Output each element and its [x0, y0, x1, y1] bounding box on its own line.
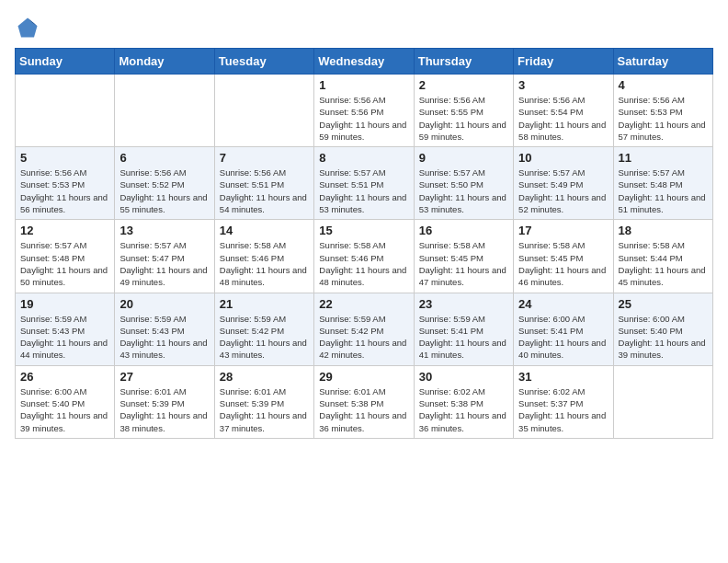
day-number: 23	[419, 297, 508, 311]
day-of-week-header: Saturday	[613, 49, 712, 75]
calendar-cell	[613, 365, 712, 438]
day-number: 4	[619, 78, 708, 92]
calendar-week-row: 1Sunrise: 5:56 AM Sunset: 5:56 PM Daylig…	[16, 75, 713, 147]
day-number: 25	[619, 297, 708, 311]
calendar-cell: 18Sunrise: 5:58 AM Sunset: 5:44 PM Dayli…	[613, 220, 712, 293]
day-number: 12	[20, 224, 109, 237]
day-of-week-header: Monday	[115, 49, 214, 75]
cell-info: Sunrise: 6:01 AM Sunset: 5:39 PM Dayligh…	[220, 385, 309, 434]
cell-info: Sunrise: 5:57 AM Sunset: 5:48 PM Dayligh…	[20, 239, 109, 288]
day-number: 2	[419, 78, 508, 92]
day-number: 15	[319, 224, 408, 237]
calendar-week-row: 19Sunrise: 5:59 AM Sunset: 5:43 PM Dayli…	[16, 293, 713, 365]
day-number: 3	[518, 78, 608, 92]
calendar-cell: 4Sunrise: 5:56 AM Sunset: 5:53 PM Daylig…	[613, 75, 712, 147]
svg-marker-0	[18, 18, 38, 38]
calendar-cell	[214, 75, 313, 147]
calendar-cell: 24Sunrise: 6:00 AM Sunset: 5:41 PM Dayli…	[514, 293, 613, 365]
logo	[15, 15, 44, 40]
cell-info: Sunrise: 5:56 AM Sunset: 5:53 PM Dayligh…	[619, 94, 708, 143]
calendar-header-row: SundayMondayTuesdayWednesdayThursdayFrid…	[16, 49, 713, 75]
cell-info: Sunrise: 6:00 AM Sunset: 5:40 PM Dayligh…	[20, 385, 109, 434]
calendar-cell: 29Sunrise: 6:01 AM Sunset: 5:38 PM Dayli…	[314, 365, 414, 438]
day-of-week-header: Friday	[514, 49, 613, 75]
cell-info: Sunrise: 6:00 AM Sunset: 5:41 PM Dayligh…	[518, 313, 608, 362]
calendar-cell: 31Sunrise: 6:02 AM Sunset: 5:37 PM Dayli…	[514, 365, 613, 438]
day-number: 16	[419, 224, 508, 237]
day-number: 31	[518, 370, 608, 384]
day-number: 27	[119, 370, 209, 384]
calendar-cell: 25Sunrise: 6:00 AM Sunset: 5:40 PM Dayli…	[613, 293, 712, 365]
cell-info: Sunrise: 5:57 AM Sunset: 5:48 PM Dayligh…	[619, 167, 708, 215]
cell-info: Sunrise: 6:01 AM Sunset: 5:38 PM Dayligh…	[319, 385, 408, 434]
cell-info: Sunrise: 5:59 AM Sunset: 5:41 PM Dayligh…	[419, 313, 508, 362]
cell-info: Sunrise: 5:59 AM Sunset: 5:43 PM Dayligh…	[119, 313, 209, 362]
cell-info: Sunrise: 5:57 AM Sunset: 5:51 PM Dayligh…	[319, 167, 408, 215]
calendar-cell: 8Sunrise: 5:57 AM Sunset: 5:51 PM Daylig…	[314, 147, 414, 220]
logo-icon	[15, 15, 40, 40]
day-number: 24	[518, 297, 608, 311]
day-number: 11	[619, 151, 708, 165]
calendar-cell: 21Sunrise: 5:59 AM Sunset: 5:42 PM Dayli…	[214, 293, 313, 365]
cell-info: Sunrise: 6:02 AM Sunset: 5:38 PM Dayligh…	[419, 385, 508, 434]
day-number: 28	[220, 370, 309, 384]
calendar-cell: 13Sunrise: 5:57 AM Sunset: 5:47 PM Dayli…	[115, 220, 214, 293]
calendar-cell: 5Sunrise: 5:56 AM Sunset: 5:53 PM Daylig…	[16, 147, 115, 220]
cell-info: Sunrise: 5:57 AM Sunset: 5:50 PM Dayligh…	[419, 167, 508, 215]
cell-info: Sunrise: 5:58 AM Sunset: 5:45 PM Dayligh…	[518, 239, 608, 288]
cell-info: Sunrise: 5:59 AM Sunset: 5:43 PM Dayligh…	[20, 313, 109, 362]
cell-info: Sunrise: 5:58 AM Sunset: 5:46 PM Dayligh…	[220, 239, 309, 288]
cell-info: Sunrise: 5:56 AM Sunset: 5:52 PM Dayligh…	[119, 167, 209, 215]
day-number: 18	[619, 224, 708, 237]
day-number: 17	[518, 224, 608, 237]
calendar-cell: 20Sunrise: 5:59 AM Sunset: 5:43 PM Dayli…	[115, 293, 214, 365]
day-number: 5	[20, 151, 109, 165]
day-number: 7	[220, 151, 309, 165]
day-number: 9	[419, 151, 508, 165]
calendar-cell: 28Sunrise: 6:01 AM Sunset: 5:39 PM Dayli…	[214, 365, 313, 438]
calendar-cell: 22Sunrise: 5:59 AM Sunset: 5:42 PM Dayli…	[314, 293, 414, 365]
calendar-cell: 1Sunrise: 5:56 AM Sunset: 5:56 PM Daylig…	[314, 75, 414, 147]
cell-info: Sunrise: 5:56 AM Sunset: 5:53 PM Dayligh…	[20, 167, 109, 215]
calendar-cell	[115, 75, 214, 147]
calendar-cell	[16, 75, 115, 147]
cell-info: Sunrise: 5:56 AM Sunset: 5:54 PM Dayligh…	[518, 94, 608, 143]
cell-info: Sunrise: 6:02 AM Sunset: 5:37 PM Dayligh…	[518, 385, 608, 434]
page-header	[15, 15, 713, 40]
day-number: 1	[319, 78, 408, 92]
day-number: 29	[319, 370, 408, 384]
day-number: 10	[518, 151, 608, 165]
calendar-cell: 30Sunrise: 6:02 AM Sunset: 5:38 PM Dayli…	[414, 365, 513, 438]
day-number: 30	[419, 370, 508, 384]
cell-info: Sunrise: 5:57 AM Sunset: 5:49 PM Dayligh…	[518, 167, 608, 215]
cell-info: Sunrise: 6:00 AM Sunset: 5:40 PM Dayligh…	[619, 313, 708, 362]
cell-info: Sunrise: 6:01 AM Sunset: 5:39 PM Dayligh…	[119, 385, 209, 434]
calendar-cell: 11Sunrise: 5:57 AM Sunset: 5:48 PM Dayli…	[613, 147, 712, 220]
cell-info: Sunrise: 5:56 AM Sunset: 5:55 PM Dayligh…	[419, 94, 508, 143]
calendar-cell: 3Sunrise: 5:56 AM Sunset: 5:54 PM Daylig…	[514, 75, 613, 147]
day-number: 20	[119, 297, 209, 311]
calendar-cell: 12Sunrise: 5:57 AM Sunset: 5:48 PM Dayli…	[16, 220, 115, 293]
day-of-week-header: Tuesday	[214, 49, 313, 75]
cell-info: Sunrise: 5:58 AM Sunset: 5:44 PM Dayligh…	[619, 239, 708, 288]
calendar-cell: 23Sunrise: 5:59 AM Sunset: 5:41 PM Dayli…	[414, 293, 513, 365]
calendar-cell: 6Sunrise: 5:56 AM Sunset: 5:52 PM Daylig…	[115, 147, 214, 220]
day-number: 22	[319, 297, 408, 311]
day-number: 21	[220, 297, 309, 311]
calendar-week-row: 26Sunrise: 6:00 AM Sunset: 5:40 PM Dayli…	[16, 365, 713, 438]
day-of-week-header: Sunday	[16, 49, 115, 75]
cell-info: Sunrise: 5:56 AM Sunset: 5:51 PM Dayligh…	[220, 167, 309, 215]
calendar-cell: 19Sunrise: 5:59 AM Sunset: 5:43 PM Dayli…	[16, 293, 115, 365]
day-number: 13	[119, 224, 209, 237]
day-number: 8	[319, 151, 408, 165]
day-number: 6	[119, 151, 209, 165]
calendar-cell: 27Sunrise: 6:01 AM Sunset: 5:39 PM Dayli…	[115, 365, 214, 438]
calendar-week-row: 12Sunrise: 5:57 AM Sunset: 5:48 PM Dayli…	[16, 220, 713, 293]
calendar-cell: 10Sunrise: 5:57 AM Sunset: 5:49 PM Dayli…	[514, 147, 613, 220]
calendar-cell: 15Sunrise: 5:58 AM Sunset: 5:46 PM Dayli…	[314, 220, 414, 293]
calendar-table: SundayMondayTuesdayWednesdayThursdayFrid…	[15, 48, 713, 439]
day-of-week-header: Wednesday	[314, 49, 414, 75]
cell-info: Sunrise: 5:56 AM Sunset: 5:56 PM Dayligh…	[319, 94, 408, 143]
calendar-cell: 17Sunrise: 5:58 AM Sunset: 5:45 PM Dayli…	[514, 220, 613, 293]
cell-info: Sunrise: 5:59 AM Sunset: 5:42 PM Dayligh…	[220, 313, 309, 362]
